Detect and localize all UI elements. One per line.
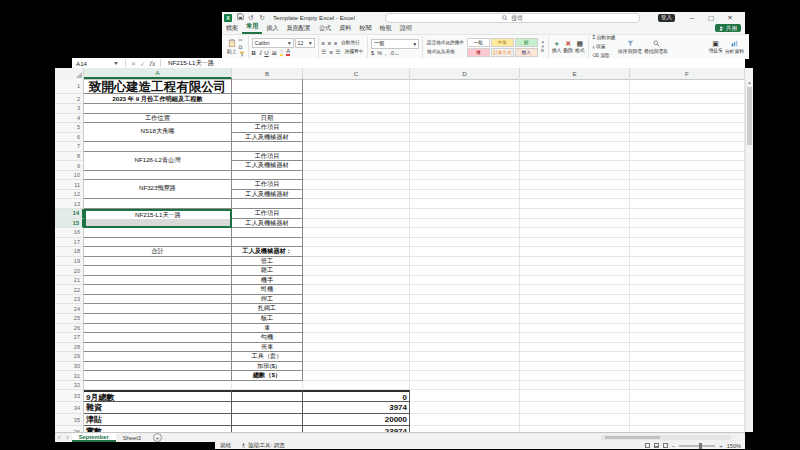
- cell-F24[interactable]: [630, 304, 745, 314]
- cell-B31[interactable]: 總數（$）: [232, 371, 303, 381]
- cell-A1[interactable]: 致開心建造工程有限公司: [84, 79, 232, 94]
- cell-E31[interactable]: [520, 371, 630, 381]
- cell-A20[interactable]: [84, 266, 232, 276]
- cell-B2[interactable]: [232, 94, 303, 104]
- cell-C32[interactable]: [303, 381, 410, 391]
- row-header-30[interactable]: 30: [55, 362, 84, 372]
- maximize-button[interactable]: ▢: [703, 12, 719, 23]
- cell-F31[interactable]: [630, 371, 745, 381]
- cell-B14[interactable]: 工作項目: [232, 209, 303, 219]
- cell-B32[interactable]: [232, 381, 303, 391]
- cell-E5[interactable]: [520, 123, 630, 133]
- cell-C25[interactable]: [303, 314, 410, 324]
- cell-F11[interactable]: [630, 180, 745, 190]
- cell-A35[interactable]: 津貼: [84, 414, 232, 426]
- cell-D29[interactable]: [410, 352, 520, 362]
- zoom-slider[interactable]: [679, 445, 715, 447]
- cell-B24[interactable]: 扎鐵工: [232, 304, 303, 314]
- cell-D6[interactable]: [410, 133, 520, 143]
- cell-F4[interactable]: [630, 114, 745, 124]
- cell-B33[interactable]: [232, 390, 303, 402]
- borders-button[interactable]: ⊞: [272, 49, 277, 56]
- cell-C1[interactable]: [303, 79, 410, 94]
- cell-A17[interactable]: [84, 238, 232, 248]
- row-header-22[interactable]: 22: [55, 285, 84, 295]
- cell-D35[interactable]: [410, 414, 520, 426]
- cell-C4[interactable]: [303, 114, 410, 124]
- cell-C11[interactable]: [303, 180, 410, 190]
- cell-F9[interactable]: [630, 161, 745, 171]
- page-break-view-icon[interactable]: [663, 443, 668, 448]
- cell-F6[interactable]: [630, 133, 745, 143]
- cell-F14[interactable]: [630, 209, 745, 219]
- row-header-5[interactable]: 5: [55, 123, 84, 133]
- cell-A28[interactable]: [84, 343, 232, 353]
- cell-D21[interactable]: [410, 276, 520, 286]
- cell-style-calculation[interactable]: 計算方式: [491, 48, 514, 57]
- cell-F15[interactable]: [630, 219, 745, 229]
- cell-A18[interactable]: 合計: [84, 247, 232, 257]
- cell-D13[interactable]: [410, 199, 520, 209]
- row-header-29[interactable]: 29: [55, 352, 84, 362]
- cell-B28[interactable]: 夾車: [232, 343, 303, 353]
- cell-C20[interactable]: [303, 266, 410, 276]
- align-right-icon[interactable]: ☰: [336, 49, 341, 55]
- cell-F33[interactable]: [630, 390, 745, 402]
- cell-F7[interactable]: [630, 142, 745, 152]
- cell-E20[interactable]: [520, 266, 630, 276]
- cell-C10[interactable]: [303, 171, 410, 181]
- comma-icon[interactable]: ,: [385, 50, 387, 56]
- cell-B16[interactable]: [232, 228, 303, 238]
- cell-E13[interactable]: [520, 199, 630, 209]
- cell-B18[interactable]: 工人及機械器材：: [232, 247, 303, 257]
- vertical-scrollbar[interactable]: ▲: [745, 79, 753, 432]
- row-header-16[interactable]: 16: [55, 228, 84, 238]
- cell-F26[interactable]: [630, 324, 745, 334]
- cell-E3[interactable]: [520, 104, 630, 114]
- copy-icon[interactable]: ⧉: [239, 44, 245, 50]
- cell-F21[interactable]: [630, 276, 745, 286]
- menu-tab-view[interactable]: 檢視: [376, 23, 396, 34]
- cell-A3[interactable]: [84, 104, 232, 114]
- cell-E12[interactable]: [520, 190, 630, 200]
- cell-E27[interactable]: [520, 333, 630, 343]
- autosum-button[interactable]: Σ 自動加總: [592, 34, 617, 42]
- cell-C34[interactable]: 3974: [303, 402, 410, 414]
- cell-E25[interactable]: [520, 314, 630, 324]
- cell-C27[interactable]: [303, 333, 410, 343]
- font-color-button[interactable]: A: [286, 49, 290, 56]
- cell-D28[interactable]: [410, 343, 520, 353]
- cell-A13[interactable]: [84, 199, 232, 209]
- cell-A15[interactable]: [84, 219, 232, 229]
- cell-B30[interactable]: 加班($): [232, 362, 303, 372]
- menu-tab-file[interactable]: 檔案: [222, 23, 242, 34]
- cell-A26[interactable]: [84, 324, 232, 334]
- cell-B22[interactable]: 司機: [232, 285, 303, 295]
- row-header-31[interactable]: 31: [55, 371, 84, 381]
- cell-E14[interactable]: [520, 209, 630, 219]
- cell-D7[interactable]: [410, 142, 520, 152]
- addins-button[interactable]: ▣ 增益集: [708, 40, 722, 53]
- cell-F2[interactable]: [630, 94, 745, 104]
- cell-B26[interactable]: 車: [232, 324, 303, 334]
- menu-tab-help[interactable]: 說明: [396, 23, 416, 34]
- menu-tab-data[interactable]: 資料: [335, 23, 355, 34]
- accessibility-status[interactable]: 協助工具: 調查: [241, 442, 285, 450]
- column-header-f[interactable]: F: [630, 68, 745, 79]
- cell-E29[interactable]: [520, 352, 630, 362]
- cell-B5[interactable]: 工作項目: [232, 123, 303, 133]
- cell-C31[interactable]: [303, 371, 410, 381]
- cell-E10[interactable]: [520, 171, 630, 181]
- row-header-28[interactable]: 28: [55, 343, 84, 353]
- cell-F5[interactable]: [630, 123, 745, 133]
- cell-B15[interactable]: 工人及機械器材: [232, 219, 303, 229]
- cell-B20[interactable]: 雜工: [232, 266, 303, 276]
- cell-E19[interactable]: [520, 257, 630, 267]
- row-header-20[interactable]: 20: [55, 266, 84, 276]
- format-as-table-button[interactable]: 格式化為表格: [426, 48, 465, 56]
- cell-C30[interactable]: [303, 362, 410, 372]
- zoom-slider-thumb[interactable]: [699, 443, 702, 449]
- cell-E8[interactable]: [520, 152, 630, 162]
- gallery-scroll-arrows[interactable]: ▲▼☰: [540, 40, 545, 54]
- cell-D22[interactable]: [410, 285, 520, 295]
